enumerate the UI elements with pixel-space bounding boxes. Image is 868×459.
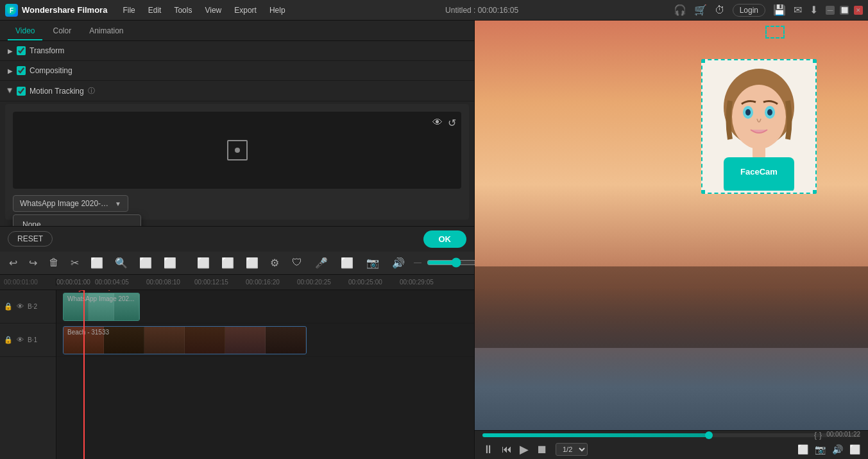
mail-icon[interactable]: ✉ bbox=[794, 4, 802, 16]
selection-indicator bbox=[765, 26, 785, 39]
image-clip[interactable]: WhatsApp Image 202... bbox=[63, 293, 140, 321]
svg-point-7 bbox=[745, 109, 751, 116]
zoom-in-button[interactable]: 🔍 bbox=[111, 254, 132, 272]
motion-tracking-section[interactable]: ▶ Motion Tracking ⓘ bbox=[0, 81, 474, 101]
settings-icon[interactable]: ⚙ bbox=[266, 254, 283, 272]
cart-icon[interactable]: 🛒 bbox=[694, 4, 707, 16]
detach-icon[interactable]: ⬜ bbox=[337, 254, 357, 272]
main-content: Video Color Animation ▶ Transform ▶ Comp… bbox=[0, 21, 868, 459]
speed-select[interactable]: 1/2 bbox=[556, 443, 588, 456]
window-controls: — ⬜ ✕ bbox=[826, 6, 863, 15]
timeline: 00:00:01:00 00:00:01:00 00:00:04:05 00:0… bbox=[0, 275, 474, 460]
track1-eye-icon[interactable]: 👁 bbox=[17, 336, 24, 343]
progress-fill bbox=[482, 433, 709, 437]
pause-button[interactable]: ⏸ bbox=[482, 443, 494, 456]
headphone-icon[interactable]: 🎧 bbox=[674, 4, 686, 16]
tab-animation[interactable]: Animation bbox=[81, 22, 131, 40]
transform-arrow: ▶ bbox=[8, 48, 13, 55]
fullscreen-icon[interactable]: ⬜ bbox=[849, 444, 860, 455]
stop-button[interactable]: ⏹ bbox=[536, 443, 548, 456]
shield-icon[interactable]: 🛡 bbox=[288, 254, 306, 271]
corner-handle-tr[interactable] bbox=[813, 59, 817, 63]
maximize-button[interactable]: ⬜ bbox=[840, 6, 849, 15]
snapshot-icon[interactable]: 📷 bbox=[815, 444, 826, 455]
track2-num: B·2 bbox=[28, 303, 37, 310]
motion-tracking-help-icon[interactable]: ⓘ bbox=[88, 86, 95, 96]
motion-tracking-checkbox[interactable] bbox=[17, 87, 26, 96]
preview-overlay-image[interactable]: FaceCam bbox=[701, 59, 817, 194]
zoom-minus-icon: — bbox=[414, 258, 421, 267]
dropdown-option-none[interactable]: None bbox=[13, 215, 140, 226]
ok-button[interactable]: OK bbox=[423, 230, 467, 248]
properties-bottom-bar: RESET OK bbox=[0, 226, 474, 252]
frame-export-icon[interactable]: ⬜ bbox=[797, 444, 808, 455]
header-icons: 🎧 🛒 ⏱ Login 💾 ✉ ⬇ bbox=[674, 4, 818, 17]
image-clip-label: WhatsApp Image 202... bbox=[67, 295, 135, 302]
track-target-dropdown[interactable]: WhatsApp Image 2020-1... ▼ bbox=[13, 195, 128, 212]
tracking-target bbox=[227, 140, 248, 160]
save-icon[interactable]: 💾 bbox=[773, 4, 786, 16]
zoom-slider[interactable] bbox=[427, 257, 478, 268]
redo-button[interactable]: ↪ bbox=[25, 254, 41, 272]
menu-export[interactable]: Export bbox=[229, 3, 262, 17]
tab-video[interactable]: Video bbox=[8, 22, 42, 40]
app-logo-icon: F bbox=[5, 4, 18, 17]
menu-tools[interactable]: Tools bbox=[169, 3, 197, 17]
audio-button[interactable]: ⬜ bbox=[242, 254, 262, 272]
track2-eye-icon[interactable]: 👁 bbox=[17, 302, 24, 310]
menu-edit[interactable]: Edit bbox=[143, 3, 167, 17]
progress-bar[interactable]: { } 00:00:01:22 bbox=[482, 433, 860, 437]
corner-handle-tl[interactable] bbox=[701, 59, 705, 63]
transform-checkbox[interactable] bbox=[17, 46, 26, 55]
track-label-1: 🔒 👁 B·1 bbox=[0, 324, 56, 357]
undo-button[interactable]: ↩ bbox=[5, 254, 21, 272]
dropdown-menu: None WhatsApp Image 2020-1... Import fro… bbox=[13, 214, 141, 226]
progress-thumb[interactable] bbox=[705, 431, 713, 439]
track1-lock-icon[interactable]: 🔒 bbox=[4, 336, 13, 344]
login-button[interactable]: Login bbox=[733, 4, 765, 17]
crop-button[interactable]: ⬜ bbox=[87, 254, 107, 272]
tab-color[interactable]: Color bbox=[45, 22, 79, 40]
playback-controls: { } 00:00:01:22 ⏸ ⏮ ▶ ⏹ 1/2 ⬜ 📷 🔊 ⬜ bbox=[475, 430, 868, 459]
total-time: 00:00:01:22 bbox=[826, 431, 860, 438]
mic-icon[interactable]: 🎤 bbox=[311, 254, 332, 272]
screenshot-icon[interactable]: 📷 bbox=[362, 254, 383, 272]
video-clip-label: Beach - 31533 bbox=[67, 329, 109, 336]
menu-file[interactable]: File bbox=[117, 3, 140, 17]
compositing-checkbox[interactable] bbox=[17, 66, 26, 75]
window-title: Untitled : 00:00:16:05 bbox=[293, 6, 671, 15]
progress-brackets: { } bbox=[814, 431, 822, 440]
delete-button[interactable]: 🗑 bbox=[45, 254, 63, 271]
cut-button[interactable]: ✂ bbox=[67, 254, 83, 272]
refresh-icon[interactable]: ↺ bbox=[448, 117, 456, 129]
ai-button[interactable]: ⬜ bbox=[160, 254, 180, 272]
minimize-button[interactable]: — bbox=[826, 6, 835, 15]
volume-icon[interactable]: 🔊 bbox=[388, 254, 409, 272]
corner-handle-br[interactable] bbox=[813, 190, 817, 194]
transform-section[interactable]: ▶ Transform bbox=[0, 41, 474, 61]
playhead: ✂ bbox=[83, 290, 85, 460]
visibility-icon[interactable]: 👁 bbox=[432, 117, 443, 129]
transform-button[interactable]: ⬜ bbox=[135, 254, 156, 272]
avatar-image: FaceCam bbox=[704, 62, 813, 191]
track2-lock-icon[interactable]: 🔒 bbox=[4, 302, 13, 311]
svg-point-4 bbox=[732, 85, 786, 149]
compositing-section[interactable]: ▶ Compositing bbox=[0, 61, 474, 81]
reset-button[interactable]: RESET bbox=[8, 231, 53, 247]
download-icon[interactable]: ⬇ bbox=[810, 4, 818, 16]
audio-preview-icon[interactable]: 🔊 bbox=[832, 444, 843, 455]
controls-right: ⬜ 📷 🔊 ⬜ bbox=[797, 444, 860, 455]
video-clip[interactable]: Beach - 31533 bbox=[63, 326, 307, 354]
step-back-button[interactable]: ⏮ bbox=[502, 444, 512, 455]
clock-icon[interactable]: ⏱ bbox=[715, 4, 725, 16]
corner-handle-bl[interactable] bbox=[701, 190, 705, 194]
menu-view[interactable]: View bbox=[200, 3, 226, 17]
resize-button[interactable]: ⬜ bbox=[217, 254, 238, 272]
menu-bar: F Wondershare Filmora File Edit Tools Vi… bbox=[0, 0, 868, 21]
motion-tracking-arrow: ▶ bbox=[7, 89, 14, 94]
split-button[interactable]: ⬜ bbox=[193, 254, 214, 272]
motion-tracking-canvas: 👁 ↺ bbox=[13, 112, 461, 189]
play-button[interactable]: ▶ bbox=[520, 442, 529, 456]
menu-help[interactable]: Help bbox=[264, 3, 291, 17]
close-button[interactable]: ✕ bbox=[854, 6, 863, 15]
